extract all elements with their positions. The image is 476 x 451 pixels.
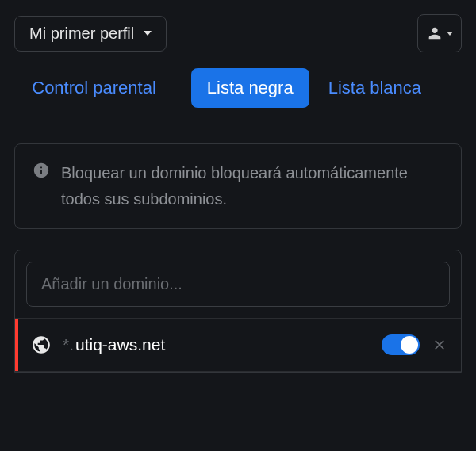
chevron-down-icon (144, 31, 152, 36)
domain-text: *. utiq-aws.net (63, 335, 382, 354)
toggle-knob (401, 336, 418, 354)
info-box: Bloquear un dominio bloqueará automática… (14, 143, 462, 229)
blacklist-row: *. utiq-aws.net (15, 318, 461, 371)
blacklist-panel: *. utiq-aws.net (14, 250, 462, 373)
user-icon (426, 25, 443, 42)
add-domain-input[interactable] (41, 275, 435, 293)
add-domain-field[interactable] (26, 262, 450, 307)
row-accent (15, 319, 18, 371)
remove-domain-button[interactable] (432, 338, 447, 352)
account-menu-button[interactable] (417, 14, 462, 52)
chevron-down-icon (447, 32, 453, 36)
row-separator (15, 371, 461, 372)
domain-name: utiq-aws.net (75, 335, 165, 354)
tab-partial-next[interactable]: Lista blanca (328, 78, 421, 98)
domain-wildcard: *. (63, 335, 74, 354)
tabs: d Control parental Lista negra Lista bla… (0, 62, 476, 124)
profile-label: Mi primer perfil (29, 25, 134, 43)
domain-toggle[interactable] (382, 334, 420, 355)
info-text: Bloquear un dominio bloqueará automática… (61, 160, 443, 212)
tab-control-parental[interactable]: Control parental (16, 68, 172, 108)
globe-icon (31, 334, 52, 355)
info-icon (33, 162, 50, 179)
profile-selector[interactable]: Mi primer perfil (14, 16, 167, 52)
tab-lista-negra[interactable]: Lista negra (191, 68, 309, 108)
